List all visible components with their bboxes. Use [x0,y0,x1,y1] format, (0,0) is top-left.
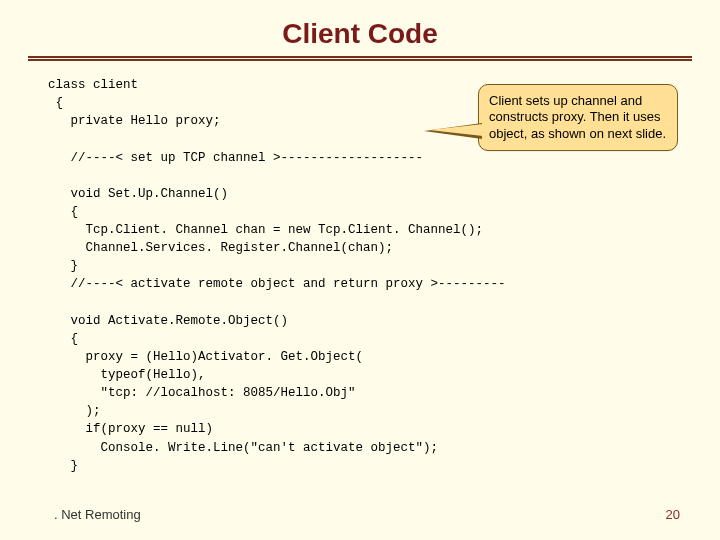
code-block: class client { private Hello proxy; //--… [48,76,672,475]
title-rule-wrap [0,56,720,58]
slide-content: class client { private Hello proxy; //--… [0,76,720,475]
title-rule [28,56,692,58]
slide-title: Client Code [0,0,720,56]
footer-left: . Net Remoting [54,507,141,522]
slide-footer: . Net Remoting 20 [0,507,720,522]
page-number: 20 [666,507,680,522]
